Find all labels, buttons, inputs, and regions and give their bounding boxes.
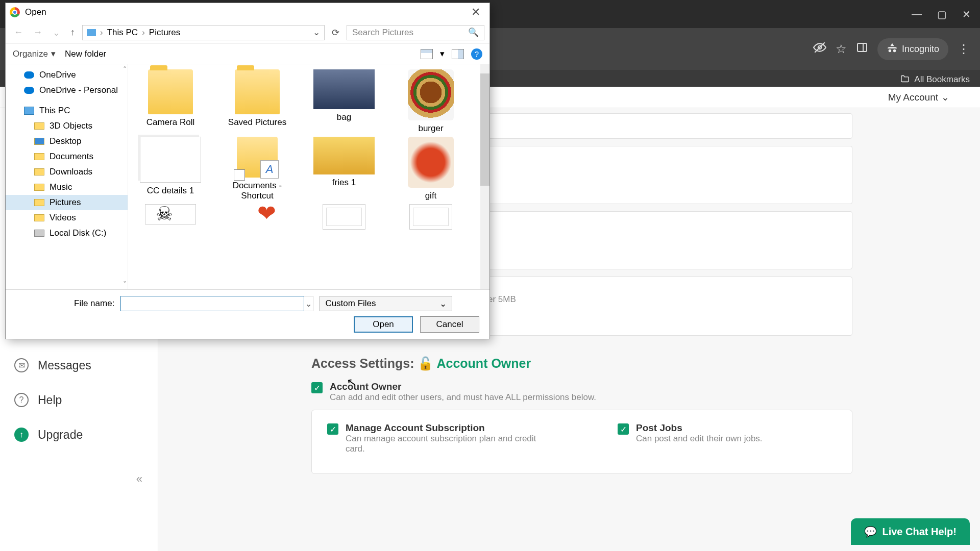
maximize-icon[interactable]: ▢: [937, 8, 947, 20]
scrollbar[interactable]: [480, 64, 489, 289]
dialog-titlebar: Open ✕: [6, 3, 489, 21]
tree-item-this-pc[interactable]: This PC: [6, 103, 128, 118]
file-item-camera-roll[interactable]: Camera Roll: [132, 69, 209, 134]
nav-recent-icon[interactable]: ⌄: [50, 27, 63, 38]
all-bookmarks-link[interactable]: All Bookmarks: [914, 74, 970, 85]
tree-item-pictures[interactable]: Pictures: [6, 195, 128, 210]
nav-forward-icon[interactable]: →: [30, 27, 45, 38]
cancel-button[interactable]: Cancel: [420, 316, 479, 333]
dialog-close-button[interactable]: ✕: [466, 6, 485, 19]
star-icon[interactable]: ☆: [836, 42, 847, 56]
dialog-toolbar: Organize ▾ New folder ▾ ?: [6, 44, 489, 64]
organize-menu[interactable]: Organize ▾: [13, 48, 56, 59]
breadcrumb-dropdown-icon[interactable]: ⌄: [313, 27, 320, 38]
checkbox-post-jobs[interactable]: ✓: [618, 423, 629, 435]
tree-item-3d-objects[interactable]: 3D Objects: [6, 118, 128, 134]
view-mode-button[interactable]: [421, 49, 433, 59]
image-thumbnail: [145, 204, 196, 224]
new-folder-button[interactable]: New folder: [65, 49, 106, 59]
tree-item-downloads[interactable]: Downloads: [6, 164, 128, 180]
scrollbar-thumb[interactable]: [480, 73, 489, 186]
file-name-input[interactable]: [120, 296, 304, 311]
minimize-icon[interactable]: —: [912, 8, 922, 20]
folder-icon: [148, 69, 193, 114]
access-settings-heading: Access Settings: 🔓 Account Owner: [311, 356, 852, 371]
breadcrumb-segment[interactable]: This PC: [107, 28, 138, 38]
image-thumbnail: [409, 204, 452, 230]
sidebar-item-help[interactable]: ? Help: [0, 383, 158, 417]
image-thumbnail: [408, 137, 454, 188]
file-item-fries[interactable]: fries 1: [306, 137, 382, 201]
tree-item-documents[interactable]: Documents: [6, 149, 128, 164]
folder-icon: [34, 184, 44, 191]
sidepanel-icon[interactable]: [856, 41, 868, 57]
file-item-saved-pictures[interactable]: Saved Pictures: [219, 69, 296, 134]
sidebar-item-messages[interactable]: ✉ Messages: [0, 348, 158, 383]
pc-icon: [24, 107, 34, 115]
breadcrumb-segment[interactable]: Pictures: [149, 28, 180, 38]
tree-item-videos[interactable]: Videos: [6, 210, 128, 226]
open-button[interactable]: Open: [354, 316, 413, 333]
view-dropdown-icon[interactable]: ▾: [440, 48, 445, 59]
perm-title: Manage Account Subscription: [346, 422, 546, 434]
file-item-burger[interactable]: burger: [393, 69, 469, 134]
collapse-sidebar-icon[interactable]: «: [0, 452, 158, 486]
file-item-bag[interactable]: bag: [306, 69, 382, 134]
live-chat-button[interactable]: 💬 Live Chat Help!: [851, 518, 970, 545]
chevron-down-icon: ⌄: [439, 298, 447, 309]
refresh-icon[interactable]: ⟳: [329, 27, 342, 38]
image-thumbnail: [323, 204, 365, 230]
perm-desc: Can add and edit other users, and must h…: [330, 392, 596, 403]
preview-pane-button[interactable]: [452, 49, 464, 59]
file-item-partial[interactable]: [219, 204, 296, 233]
folder-icon: [34, 199, 44, 206]
chevron-down-icon: ⌄: [941, 91, 949, 103]
help-button[interactable]: ?: [471, 48, 482, 60]
my-account-link[interactable]: My Account: [888, 92, 938, 103]
perm-desc: Can post and edit their own jobs.: [636, 434, 763, 444]
dialog-title: Open: [25, 7, 46, 17]
scroll-up-icon[interactable]: ˄: [123, 65, 127, 73]
image-thumbnail: [242, 204, 273, 224]
file-item-documents-shortcut[interactable]: Documents - Shortcut: [219, 137, 296, 201]
search-input[interactable]: Search Pictures 🔍: [347, 25, 484, 40]
tree-item-desktop[interactable]: Desktop: [6, 134, 128, 149]
scroll-down-icon[interactable]: ˅: [123, 280, 127, 288]
file-name-dropdown-icon[interactable]: ⌄: [304, 296, 313, 311]
chevron-down-icon: ▾: [51, 48, 56, 59]
nav-back-icon[interactable]: ←: [11, 27, 26, 38]
menu-icon[interactable]: ⋮: [958, 42, 970, 56]
bookmarks-folder-icon: [900, 74, 910, 85]
breadcrumb[interactable]: › This PC › Pictures ⌄: [82, 25, 325, 40]
folder-icon: [34, 122, 44, 130]
nav-up-icon[interactable]: ↑: [67, 27, 78, 38]
cloud-icon: [24, 71, 34, 79]
unlock-icon: 🔓: [418, 356, 433, 370]
tree-item-onedrive[interactable]: OneDrive: [6, 67, 128, 83]
dialog-footer: File name: ⌄ Custom Files ⌄ Open Cancel: [6, 289, 489, 339]
eye-off-icon[interactable]: [813, 41, 826, 57]
file-type-filter[interactable]: Custom Files ⌄: [320, 296, 452, 311]
chevron-right-icon: ›: [100, 28, 103, 38]
sidebar-label: Messages: [38, 359, 91, 372]
sidebar-item-upgrade[interactable]: ↑ Upgrade: [0, 417, 158, 452]
tree-item-music[interactable]: Music: [6, 180, 128, 195]
tree-item-onedrive-personal[interactable]: OneDrive - Personal: [6, 83, 128, 98]
checkbox-account-owner[interactable]: ✓: [311, 382, 323, 393]
tree-item-local-disk[interactable]: Local Disk (C:): [6, 226, 128, 241]
file-list: Camera Roll Saved Pictures bag burger CC…: [128, 64, 489, 289]
file-name-label: File name:: [74, 298, 114, 309]
image-thumbnail: [313, 69, 375, 109]
incognito-indicator[interactable]: Incognito: [877, 38, 948, 60]
checkbox-manage-subscription[interactable]: ✓: [327, 423, 338, 435]
image-thumbnail: [140, 137, 201, 183]
perm-desc: Can manage account subscription plan and…: [346, 434, 546, 454]
file-item-cc-details[interactable]: CC details 1: [132, 137, 209, 201]
file-item-partial[interactable]: [306, 204, 382, 233]
file-item-partial[interactable]: [393, 204, 469, 233]
file-item-partial[interactable]: [132, 204, 209, 233]
file-item-gift[interactable]: gift: [393, 137, 469, 201]
image-thumbnail: [408, 69, 454, 120]
close-window-icon[interactable]: ✕: [962, 8, 971, 20]
perm-title: Account Owner: [330, 381, 596, 392]
